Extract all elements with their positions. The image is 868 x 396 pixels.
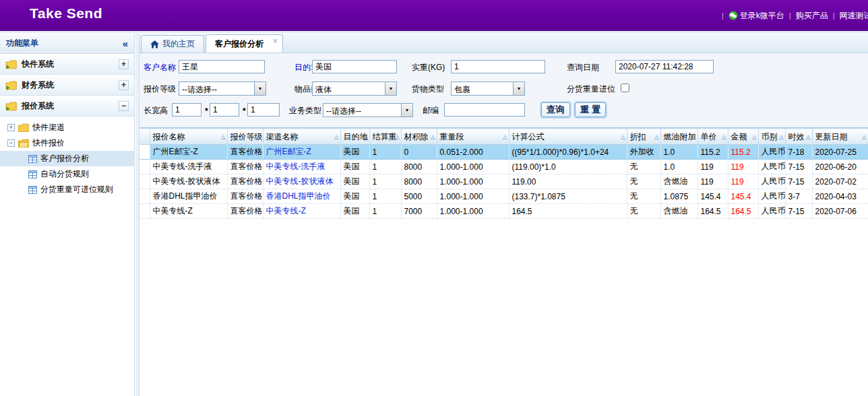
column-header-weight_range[interactable]: 重量段△ xyxy=(437,129,509,145)
reset-button[interactable]: 重 置 xyxy=(575,102,606,117)
cell-fuel: 1.0 xyxy=(660,160,698,174)
column-header-unit_price[interactable]: 单价△ xyxy=(698,129,728,145)
cell-rownum xyxy=(140,174,150,189)
column-header-updated[interactable]: 更新日期△ xyxy=(812,129,868,145)
cell-formula: ((95*1/1.000)*0.96)*1.0+24 xyxy=(509,145,627,160)
column-header-vol_divisor[interactable]: 材积除△ xyxy=(401,129,437,145)
dropdown-arrow-icon[interactable]: ▼ xyxy=(513,82,524,95)
column-header-grade[interactable]: 报价等级△ xyxy=(227,129,263,145)
sort-triangle-icon[interactable]: △ xyxy=(752,134,756,140)
tab-close-icon[interactable]: × xyxy=(273,36,278,46)
sort-triangle-icon[interactable]: △ xyxy=(722,134,726,140)
tree-leaf-split-weight-carry-rule[interactable]: 分货重量可进位规则 xyxy=(0,182,134,197)
sort-triangle-icon[interactable]: △ xyxy=(806,134,810,140)
link-separator: | xyxy=(833,11,835,20)
tree-node-label: 快件报价 xyxy=(32,137,65,149)
tab-my-homepage[interactable]: 我的主页 xyxy=(141,35,204,53)
tree-node-express-channel[interactable]: + 快件渠道 xyxy=(0,120,134,135)
expand-minus-icon[interactable]: − xyxy=(7,139,15,147)
tab-bar: 我的主页 客户报价分析 × xyxy=(140,34,868,53)
cargo-type-select[interactable]: 包裹 ▼ xyxy=(451,81,525,96)
table-row[interactable]: 香港DHL指甲油价直客价格香港DHL指甲油价美国150001.000-1.000… xyxy=(140,189,868,204)
column-header-transit[interactable]: 时效△ xyxy=(785,129,812,145)
form-row-2: 报价等级 --请选择-- ▼ 物品类别 液体 ▼ 货物类型 包裹 ▼ 分货重量进… xyxy=(140,81,868,98)
table-row[interactable]: 中美专线-Z直客价格中美专线-Z美国170001.000-1.000164.5无… xyxy=(140,204,868,219)
table-row[interactable]: 中美专线-胶状液体直客价格中美专线-胶状液体美国180001.000-1.000… xyxy=(140,174,868,189)
split-weight-carry-checkbox[interactable] xyxy=(621,84,629,92)
tree-leaf-auto-split-rule[interactable]: 自动分货规则 xyxy=(0,166,134,182)
column-header-name[interactable]: 报价名称△ xyxy=(150,129,227,145)
channel-link[interactable]: 中美专线-Z xyxy=(266,206,306,216)
sort-triangle-icon[interactable]: △ xyxy=(621,134,625,140)
sort-triangle-icon[interactable]: △ xyxy=(691,134,695,140)
query-date-input[interactable] xyxy=(615,60,714,73)
cell-weight_range: 1.000-1.000 xyxy=(437,204,509,219)
width-input[interactable] xyxy=(210,103,239,117)
cell-channel: 中美专线-洗手液 xyxy=(263,160,340,174)
channel-link[interactable]: 香港DHL指甲油价 xyxy=(266,191,331,201)
postcode-input[interactable] xyxy=(444,103,525,117)
sort-triangle-icon[interactable]: △ xyxy=(654,134,658,140)
sort-triangle-icon[interactable]: △ xyxy=(395,134,399,140)
actual-weight-input[interactable] xyxy=(451,60,545,73)
sort-triangle-icon[interactable]: △ xyxy=(257,134,261,140)
height-input[interactable] xyxy=(247,103,280,117)
sort-triangle-icon[interactable]: △ xyxy=(862,134,866,140)
channel-link[interactable]: 广州E邮宝-Z xyxy=(266,147,311,156)
cell-vol_divisor: 5000 xyxy=(401,189,437,204)
business-type-select[interactable]: --请选择-- ▼ xyxy=(323,103,413,117)
sidebar-group-express-system[interactable]: 快件系统 + xyxy=(0,54,134,75)
tree-node-express-quote[interactable]: − 快件报价 xyxy=(0,135,134,151)
cell-grade: 直客价格 xyxy=(227,160,263,174)
length-input[interactable] xyxy=(172,103,202,117)
cell-updated: 2020-07-02 xyxy=(812,174,868,189)
cell-rownum xyxy=(140,189,150,204)
expand-plus-icon[interactable]: + xyxy=(7,124,15,131)
group-expand-button[interactable]: + xyxy=(119,59,129,69)
customer-name-input[interactable] xyxy=(179,60,265,73)
table-row[interactable]: 中美专线-洗手液直客价格中美专线-洗手液美国180001.000-1.000(1… xyxy=(140,160,868,174)
sort-triangle-icon[interactable]: △ xyxy=(431,134,435,140)
column-header-currency[interactable]: 币别△ xyxy=(758,129,785,145)
buy-product-link[interactable]: 购买产品 xyxy=(796,10,828,22)
quote-grade-select[interactable]: --请选择-- ▼ xyxy=(179,81,266,96)
channel-link[interactable]: 中美专线-胶状液体 xyxy=(266,176,334,186)
sort-triangle-icon[interactable]: △ xyxy=(334,134,338,140)
sidebar-group-finance-system[interactable]: 财务系统 + xyxy=(0,75,134,96)
sidebar-group-quote-system[interactable]: 报价系统 − xyxy=(0,96,134,117)
group-collapse-button[interactable]: − xyxy=(119,101,129,111)
login-kwei-link[interactable]: 登录k微平台 xyxy=(728,10,784,22)
column-header-settle_weight[interactable]: 结算重△ xyxy=(369,129,401,145)
tree-leaf-customer-quote-analysis[interactable]: 客户报价分析 xyxy=(0,151,134,166)
destination-input[interactable] xyxy=(312,60,397,73)
dropdown-arrow-icon[interactable]: ▼ xyxy=(401,104,412,117)
column-header-amount[interactable]: 金额△ xyxy=(728,129,758,145)
sort-triangle-icon[interactable]: △ xyxy=(363,134,367,140)
column-header-discount[interactable]: 折扣△ xyxy=(627,129,660,145)
column-header-fuel[interactable]: 燃油附加△ xyxy=(660,129,698,145)
dropdown-arrow-icon[interactable]: ▼ xyxy=(254,82,266,95)
group-label: 快件系统 xyxy=(22,59,54,70)
sidebar-collapse-icon[interactable]: « xyxy=(123,38,128,49)
search-button[interactable]: 查询 xyxy=(541,102,570,117)
channel-link[interactable]: 中美专线-洗手液 xyxy=(266,162,326,171)
column-header-dest[interactable]: 目的地△ xyxy=(340,129,369,145)
tab-customer-quote-analysis[interactable]: 客户报价分析 × xyxy=(206,34,283,53)
column-label: 币别 xyxy=(762,132,778,141)
cell-transit: 7-15 xyxy=(785,160,812,174)
table-row[interactable]: 广州E邮宝-Z直客价格广州E邮宝-Z美国100.051-2.000((95*1/… xyxy=(140,145,868,160)
item-category-select[interactable]: 液体 ▼ xyxy=(312,81,397,96)
sort-triangle-icon[interactable]: △ xyxy=(779,134,783,140)
sort-triangle-icon[interactable]: △ xyxy=(503,134,507,140)
query-date-label: 查询日期 xyxy=(567,62,599,73)
folder-icon xyxy=(18,123,29,132)
dropdown-arrow-icon[interactable]: ▼ xyxy=(385,82,396,95)
home-icon xyxy=(150,40,159,48)
column-header-formula[interactable]: 计算公式△ xyxy=(509,129,627,145)
column-header-channel[interactable]: 渠道名称△ xyxy=(263,129,340,145)
group-expand-button[interactable]: + xyxy=(119,80,129,90)
sort-triangle-icon[interactable]: △ xyxy=(221,134,225,140)
quote-grade-label: 报价等级 xyxy=(144,84,176,95)
speed-test-link[interactable]: 网速测试 xyxy=(840,10,868,22)
column-label: 渠道名称 xyxy=(266,132,299,141)
